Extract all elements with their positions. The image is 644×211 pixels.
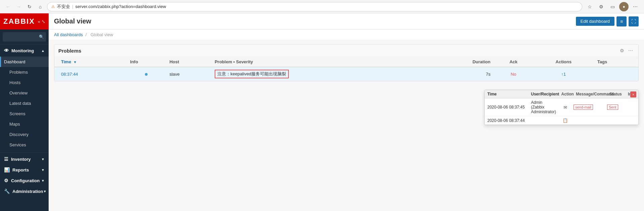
- sidebar-item-screens[interactable]: Screens: [0, 109, 49, 119]
- sidebar-item-discovery[interactable]: Discovery: [0, 129, 49, 140]
- sidebar-item-services[interactable]: Services: [0, 140, 49, 150]
- action-link[interactable]: ↑1: [561, 72, 566, 77]
- popup-close-button[interactable]: ×: [630, 91, 636, 97]
- panel-settings-button[interactable]: ⚙: [619, 47, 626, 54]
- problem-time[interactable]: 08:37:44: [54, 67, 127, 81]
- table-row: 08:37:44 slave 注意：keepalived服务可能出现脑裂 7s …: [54, 67, 638, 81]
- dashboard-label: Dashboard: [4, 59, 25, 64]
- administration-group-header[interactable]: 🔧 Administration ▼: [0, 185, 49, 196]
- col-info: Info: [127, 57, 166, 67]
- popup-row1-message: send-mail: [574, 105, 607, 110]
- problem-info: [127, 67, 166, 81]
- popup-row1-status: Sent: [607, 105, 626, 110]
- panel-title: Problems: [58, 48, 81, 54]
- home-button[interactable]: ⌂: [36, 3, 44, 11]
- hosts-label: Hosts: [9, 80, 20, 85]
- sent-badge: Sent: [607, 104, 618, 110]
- discovery-label: Discovery: [9, 132, 29, 137]
- address-bar[interactable]: ⚠ 不安全 | server.com/zabbix.php?action=das…: [47, 2, 582, 11]
- col-time[interactable]: Time ▼: [54, 57, 127, 67]
- info-dot-icon: [145, 73, 148, 76]
- refresh-button[interactable]: ↻: [25, 3, 34, 11]
- collapse-icon[interactable]: «: [38, 19, 40, 24]
- content-area: Problems ⚙ ⋯ Time ▼ Info Host Problem • …: [49, 40, 644, 211]
- problem-description: 注意：keepalived服务可能出现脑裂: [211, 67, 428, 81]
- problem-tags: [594, 67, 638, 81]
- inventory-chevron-icon: ▼: [41, 157, 45, 161]
- search-wrap: 🔍: [3, 32, 46, 42]
- breadcrumb-all-dashboards[interactable]: All dashboards: [54, 32, 83, 37]
- inventory-group-header[interactable]: ☰ Inventory ▼: [0, 153, 49, 164]
- sidebar-item-hosts[interactable]: Hosts: [0, 77, 49, 88]
- monitoring-group-header[interactable]: 👁 Monitoring ▲: [0, 45, 49, 55]
- col-problem: Problem • Severity: [211, 57, 428, 67]
- sidebar-item-overview[interactable]: Overview: [0, 88, 49, 98]
- problems-label: Problems: [9, 70, 28, 75]
- search-icon: 🔍: [39, 34, 44, 39]
- expand-icon[interactable]: ⤡: [42, 19, 45, 24]
- popup-row2-time: 2020-08-06 08:37:44: [487, 118, 531, 123]
- problems-table-head: Time ▼ Info Host Problem • Severity Dura…: [54, 57, 638, 67]
- overview-label: Overview: [9, 90, 28, 95]
- edit-dashboard-button[interactable]: Edit dashboard: [576, 17, 614, 26]
- table-header-row: Time ▼ Info Host Problem • Severity Dura…: [54, 57, 638, 67]
- configuration-label: Configuration: [11, 178, 40, 183]
- monitoring-label: Monitoring: [11, 48, 34, 53]
- problem-duration: 7s: [428, 67, 494, 81]
- configuration-group-header[interactable]: ⚙ Configuration ▼: [0, 174, 49, 185]
- reports-icon: 📊: [4, 167, 10, 172]
- document-icon: 📋: [562, 118, 568, 123]
- sidebar-item-dashboard[interactable]: Dashboard: [0, 57, 49, 67]
- problem-actions[interactable]: ↑1: [533, 67, 594, 81]
- fullscreen-button[interactable]: ⛶: [629, 16, 639, 26]
- star-button[interactable]: ☆: [585, 2, 594, 11]
- more-button[interactable]: ⋯: [631, 2, 640, 11]
- popup-row2-action: 📋: [557, 118, 574, 123]
- sidebar-item-maps[interactable]: Maps: [0, 119, 49, 129]
- sidebar-item-latest-data[interactable]: Latest data: [0, 98, 49, 109]
- profile-button[interactable]: ●: [619, 2, 629, 11]
- configuration-icon: ⚙: [4, 178, 8, 183]
- url-separator: |: [72, 4, 73, 9]
- breadcrumb: All dashboards / Global view: [49, 29, 644, 40]
- configuration-chevron-icon: ▼: [41, 179, 45, 183]
- administration-chevron-icon: ▼: [43, 190, 47, 193]
- administration-icon: 🔧: [4, 189, 10, 194]
- problem-ack[interactable]: No: [494, 67, 533, 81]
- reports-group-header[interactable]: 📊 Reports ▼: [0, 164, 49, 174]
- problem-host[interactable]: slave: [166, 67, 211, 81]
- popup-col-user-header: User/Recipient: [531, 92, 559, 96]
- back-button[interactable]: ←: [4, 3, 12, 11]
- cast-button[interactable]: ▭: [608, 2, 617, 11]
- popup-row1-time: 2020-08-06 08:37:45: [487, 105, 531, 110]
- col-duration: Duration: [428, 57, 494, 67]
- breadcrumb-current: Global view: [91, 32, 113, 37]
- popup-col-time-header: Time: [487, 92, 531, 96]
- sidebar-item-problems[interactable]: Problems: [0, 67, 49, 77]
- extensions-button[interactable]: ⚙: [596, 2, 606, 11]
- panel-more-button[interactable]: ⋯: [627, 47, 634, 54]
- popup-col-message-header: Message/Command: [576, 92, 609, 96]
- popup-col-status-header: Status: [609, 92, 628, 96]
- popup-row-1: 2020-08-06 08:37:45 Admin (Zabbix Admini…: [485, 98, 638, 116]
- security-text: 不安全: [57, 4, 70, 10]
- inventory-icon: ☰: [4, 156, 8, 162]
- monitoring-chevron-icon: ▲: [41, 49, 45, 53]
- problems-table-body: 08:37:44 slave 注意：keepalived服务可能出现脑裂 7s …: [54, 67, 638, 81]
- actions-popup: × Time User/Recipient Action Message/Com…: [484, 90, 639, 125]
- sort-arrow: ▼: [73, 60, 77, 64]
- col-ack: Ack: [494, 57, 533, 67]
- list-view-button[interactable]: ≡: [616, 16, 627, 26]
- main-header: Global view Edit dashboard ≡ ⛶: [49, 13, 644, 29]
- send-mail-badge: send-mail: [574, 104, 593, 110]
- services-label: Services: [9, 142, 26, 147]
- popup-header-row: Time User/Recipient Action Message/Comma…: [485, 90, 638, 98]
- problems-panel: Problems ⚙ ⋯ Time ▼ Info Host Problem • …: [54, 44, 639, 81]
- browser-actions: ☆ ⚙ ▭ ● ⋯: [585, 2, 640, 11]
- sidebar-search: 🔍: [0, 29, 49, 45]
- latest-data-label: Latest data: [9, 101, 31, 106]
- forward-button[interactable]: →: [15, 3, 23, 11]
- panel-header-actions: ⚙ ⋯: [619, 47, 634, 54]
- inventory-label: Inventory: [11, 157, 31, 162]
- problem-text[interactable]: 注意：keepalived服务可能出现脑裂: [215, 70, 289, 78]
